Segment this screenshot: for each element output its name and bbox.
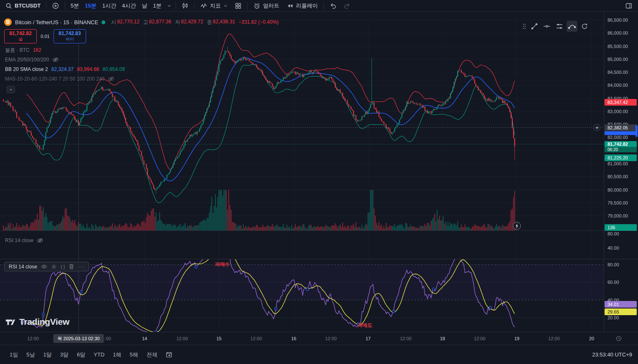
alarm-clock-icon xyxy=(253,2,261,10)
eye-off-icon[interactable] xyxy=(52,56,59,63)
crosshair-price-badge: 82,382.05 xyxy=(605,124,637,131)
buy-button[interactable]: 81,742.83 바이 xyxy=(53,29,86,43)
symbol-title[interactable]: Bitcoin / TetherUS · 15 · BINANCE xyxy=(15,19,98,25)
interval-5분[interactable]: 5분 xyxy=(68,1,82,11)
toggle-panel-button[interactable] xyxy=(622,1,635,11)
tradingview-wordmark: TradingView xyxy=(19,317,69,327)
pane-separator[interactable] xyxy=(0,230,638,231)
range-5해[interactable]: 5해 xyxy=(126,349,142,360)
range-1달[interactable]: 1달 xyxy=(39,349,55,360)
scale-scrollbar-thumb[interactable] xyxy=(635,125,638,137)
replay-button[interactable]: 리플레이 xyxy=(283,1,321,11)
sell-label: 셀 xyxy=(5,36,36,42)
price-change: −331.82 (−0.40%) xyxy=(239,19,279,25)
interval-4시간[interactable]: 4시간 xyxy=(119,1,139,11)
time-label: 12:00 xyxy=(474,336,485,341)
time-label: 12:00 xyxy=(250,336,262,341)
time-label: 12:00 xyxy=(176,336,188,341)
trash-icon[interactable] xyxy=(69,263,74,270)
legend-bb-row[interactable]: BB 20 SMA close 2 82,324.3783,994.6680,6… xyxy=(5,66,128,73)
interval-1시간[interactable]: 1시간 xyxy=(99,1,119,11)
source-code-icon[interactable]: { } xyxy=(61,264,65,269)
redo-button[interactable] xyxy=(341,1,354,11)
sell-button[interactable]: 81,742.82 셀 xyxy=(4,29,37,43)
legend-ema-row[interactable]: EMA 20/50/100/200 xyxy=(5,56,128,63)
range-5날[interactable]: 5날 xyxy=(23,349,38,360)
layout-templates-button[interactable] xyxy=(231,1,245,11)
ohlc-pair: 고82,877.36 xyxy=(143,19,171,26)
time-label: 14 xyxy=(142,336,147,341)
ohlc-pair: 시82,770.12 xyxy=(111,19,139,26)
symbol-search-button[interactable]: BTCUSDT xyxy=(3,1,43,10)
bb-upper-badge: 83,347.42 xyxy=(605,99,637,106)
pane-separator[interactable] xyxy=(0,259,638,259)
bb-basis-badge xyxy=(605,131,637,135)
market-status-dot[interactable] xyxy=(102,20,105,24)
range-3달[interactable]: 3달 xyxy=(56,349,72,360)
range-전체[interactable]: 전체 xyxy=(143,349,161,360)
spread-value: 0.01 xyxy=(37,34,53,39)
crosshair-date-badge: 목 2025-03-13 02:30 xyxy=(53,334,104,343)
alert-label: 얼러트 xyxy=(263,2,280,10)
interval-menu-chevron-icon[interactable] xyxy=(165,3,173,9)
eye-icon[interactable] xyxy=(41,263,47,270)
legend-ma-row[interactable]: MA5-10-20-60-120-240 7 20 50 100 200 240 xyxy=(5,76,128,82)
drawing-toolbar xyxy=(521,21,590,32)
undo-icon xyxy=(329,2,337,10)
more-options-icon[interactable]: ··· xyxy=(78,264,84,270)
drag-handle-icon[interactable] xyxy=(521,21,527,32)
tradingview-logo[interactable]: TradingView xyxy=(5,316,69,327)
undo-button[interactable] xyxy=(326,1,340,11)
trendline-tool-icon[interactable] xyxy=(529,21,540,32)
interval-날[interactable]: 날 xyxy=(139,1,150,11)
volume-badge: 136 xyxy=(605,224,637,231)
legend-collapse-button[interactable] xyxy=(7,86,15,93)
interval-15분[interactable]: 15분 xyxy=(82,1,99,11)
legend-volume-row[interactable]: 볼륨 · BTC 162 xyxy=(5,47,128,53)
time-label: :00 xyxy=(104,336,111,341)
volume-legend-value: 162 xyxy=(33,47,41,53)
range-1일[interactable]: 1일 xyxy=(6,349,22,360)
chart-type-button[interactable] xyxy=(178,1,192,11)
divider xyxy=(65,2,65,10)
divider xyxy=(323,2,324,10)
clock[interactable]: 23:53:40 UTC+9 xyxy=(592,351,632,358)
chevron-up-icon xyxy=(8,87,13,92)
interval-1분[interactable]: 1분 xyxy=(150,1,164,11)
price-axis-label: 82,000.00 xyxy=(607,135,628,140)
bb-value: 82,324.37 xyxy=(51,66,74,72)
eye-off-icon[interactable] xyxy=(37,237,43,244)
price-axis-label: 85,500.00 xyxy=(607,44,628,49)
alert-button[interactable]: 얼러트 xyxy=(250,1,282,11)
pane2-indicator-row[interactable]: RSI 14 close xyxy=(5,237,43,244)
bb-legend-label: BB 20 SMA close 2 xyxy=(5,66,48,72)
curve-tool-icon[interactable] xyxy=(567,21,577,32)
time-label: 20 xyxy=(589,336,594,341)
price-axis-label: 86,000.00 xyxy=(607,30,628,35)
price-axis-label: 83,000.00 xyxy=(607,109,628,114)
trade-panel: 81,742.82 셀 0.01 81,742.83 바이 xyxy=(4,29,86,43)
bb-value: 83,994.66 xyxy=(77,66,99,72)
time-axis[interactable]: 12:00:001412:001512:001612:001712:001812… xyxy=(0,332,638,345)
chart-area: B Bitcoin / TetherUS · 15 · BINANCE 시82,… xyxy=(0,12,638,345)
divider xyxy=(46,2,46,10)
timezone-clock-icon[interactable] xyxy=(616,336,622,341)
crosshair-plus-button[interactable] xyxy=(593,124,600,131)
indicators-button[interactable]: 지표 xyxy=(197,1,231,11)
add-symbol-button[interactable] xyxy=(49,1,62,11)
price-axis[interactable]: 86,500.0086,000.0085,500.0085,000.0084,5… xyxy=(604,12,638,332)
parallel-lines-tool-icon[interactable] xyxy=(554,21,565,32)
sync-drawings-icon[interactable] xyxy=(579,21,590,32)
time-label: 12:00 xyxy=(325,336,337,341)
horizontal-line-tool-icon[interactable] xyxy=(541,21,552,32)
settings-gear-icon[interactable] xyxy=(51,264,57,270)
calendar-icon xyxy=(165,351,173,358)
range-1해[interactable]: 1해 xyxy=(109,349,125,360)
range-6달[interactable]: 6달 xyxy=(73,349,89,360)
rsi-toolbar-label[interactable]: RSI 14 close xyxy=(9,264,37,270)
range-YTD[interactable]: YTD xyxy=(90,350,108,359)
buy-label: 바이 xyxy=(54,36,86,42)
eye-off-icon[interactable] xyxy=(108,76,114,82)
lightning-icon[interactable] xyxy=(513,222,521,230)
go-to-date-button[interactable] xyxy=(165,351,173,358)
